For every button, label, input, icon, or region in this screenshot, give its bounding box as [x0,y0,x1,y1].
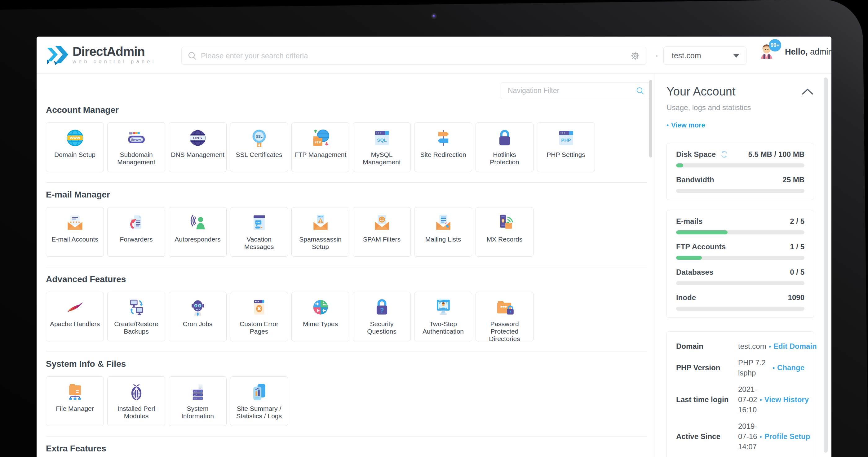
feature-card-security-questions[interactable]: ?Security Questions [353,292,411,341]
logo-text: DirectAdmin web control panel [72,45,156,64]
feature-card-label: Cron Jobs [181,320,215,328]
sidebar-scrollbar[interactable] [824,78,828,453]
feature-card-two-step-authentication[interactable]: Two-Step Authentication [414,292,472,341]
feature-card-label: SSL Certificates [234,151,284,158]
greeting-username: admin [810,47,831,56]
feature-card-installed-perl-modules[interactable]: Installed Perl Modules [107,376,165,426]
usage-row-bandwidth: Bandwidth25 MB [676,176,804,193]
section-title: Advanced Features [46,274,647,285]
usage-progress-bar [676,307,804,311]
feature-card-mime-types[interactable]: Mime Types [291,292,349,341]
navigation-filter-input[interactable] [508,87,636,95]
search-icon [188,52,196,60]
tablet-camera [431,13,437,20]
svg-text://www.: //www. [131,138,142,141]
feature-card-spam-filters[interactable]: SPAM Filters [353,207,411,257]
svg-text:SSL: SSL [256,134,262,138]
search-input[interactable] [201,52,630,60]
feature-card-password-protected-directories[interactable]: ***Password Protected Directories [475,292,533,341]
feature-card-label: File Manager [54,405,96,413]
feature-card-ftp-management[interactable]: FTPFTP Management [291,122,349,172]
section-title: System Info & Files [46,359,647,369]
filter-search-icon[interactable] [636,87,644,95]
link-view-history[interactable]: •View History [760,395,809,404]
question-lock-icon: ? [371,296,393,318]
feature-card-label: Site Redirection [418,151,468,158]
app-window: DirectAdmin web control panel [37,37,831,457]
link-label: View History [764,395,809,404]
feature-card-custom-error-pages[interactable]: Custom Error Pages [230,292,288,341]
usage-label: Inode [676,293,696,302]
feature-card-dns-management[interactable]: DNSDNS Management [168,122,227,172]
usage-card-limits: E-mails2 / 5FTP Accounts1 / 5Databases0 … [666,210,814,318]
subdomain-icon: //www. [125,127,148,149]
feature-card-label: PHP Settings [545,151,587,158]
bullet-icon: • [666,122,669,129]
usage-row-head: E-mails2 / 5 [676,217,804,226]
feature-card-label: MX Records [485,236,525,243]
feature-card-e-mail-accounts[interactable]: ★★★★E-mail Accounts [46,207,104,257]
feature-card-site-summary-statistics-logs[interactable]: Site Summary / Statistics / Logs [230,376,288,426]
face-scan-monitor-icon [432,296,455,318]
logo-subtitle: web control panel [72,59,156,64]
feature-card-label: Mime Types [301,320,340,328]
feature-card-mysql-management[interactable]: SQLMySQL Management [353,122,411,172]
feature-card-subdomain-management[interactable]: //www.Subdomain Management [107,122,165,172]
view-more-link[interactable]: •View more [666,121,814,129]
usage-row-head: FTP Accounts1 / 5 [676,242,804,251]
usage-label: Bandwidth [676,176,714,184]
feature-card-mx-records[interactable]: MX Records [475,207,533,257]
dns-globe-icon: DNS [187,127,209,149]
link-profile-setup[interactable]: •Profile Setup [760,432,810,441]
link-change[interactable]: •Change [773,363,804,372]
domain-selector[interactable]: test.com [663,47,746,65]
feature-card-file-manager[interactable]: File Manager [46,376,104,426]
feature-card-create-restore-backups[interactable]: Create/Restore Backups [107,292,165,341]
envelope-letter-icon: ★★★★ [64,211,86,234]
feature-card-label: Password Protected Directories [476,320,533,343]
person-broadcast-icon [187,211,209,234]
feature-card-cron-jobs[interactable]: Cron Jobs [168,292,227,341]
feature-card-hotlinks-protection[interactable]: Hotlinks Protection [475,122,533,172]
feature-card-vacation-messages[interactable]: Vacation Messages [230,207,288,257]
main-content: Account ManagerWWWDomain Setup//www.Subd… [37,74,654,457]
chevron-up-icon[interactable] [801,88,814,95]
feature-card-label: E-mail Accounts [50,236,100,243]
bullet-icon: • [769,343,771,350]
notification-badge[interactable]: 99+ [769,39,781,52]
domain-row-domain: Domaintest.com•Edit Domain [676,341,804,351]
feature-card-forwarders[interactable]: Forwarders [107,207,165,257]
domain-row-label: Domain [676,342,738,351]
directadmin-logo[interactable]: DirectAdmin web control panel [46,44,156,65]
feature-card-spamassassin-setup[interactable]: SPAMSpamassassin Setup [291,207,349,257]
ftp-folder-icon: FTP [309,127,332,149]
your-account-title: Your Account [666,85,736,98]
section-title: Extra Features [46,444,647,454]
feature-card-label: Autoresponders [173,236,222,243]
feature-card-apache-handlers[interactable]: Apache Handlers [46,292,104,341]
feature-card-ssl-certificates[interactable]: SSLSSL Certificates [230,122,288,172]
feature-cards-row: File ManagerInstalled Perl ModulesSystem… [46,376,647,426]
feature-card-mailing-lists[interactable]: Mailing Lists [414,207,472,257]
feature-card-site-redirection[interactable]: Site Redirection [414,122,472,172]
gear-icon[interactable] [630,51,640,60]
domain-selector-value: test.com [672,51,733,60]
usage-row-head: Inode1090 [676,293,804,302]
feature-card-autoresponders[interactable]: Autoresponders [168,207,227,257]
usage-row-e-mails: E-mails2 / 5 [676,217,804,234]
feature-card-label: DNS Management [169,151,226,158]
refresh-icon[interactable] [720,150,728,158]
main-scrollbar[interactable] [649,80,652,157]
svg-text:★★★★: ★★★★ [69,220,81,224]
usage-label: Disk Space [676,150,716,159]
svg-text:PHP: PHP [561,138,571,143]
avatar[interactable]: 99+ [757,42,776,61]
stats-cards-icon [248,381,270,403]
your-account-header[interactable]: Your Account [666,85,814,98]
feature-card-php-settings[interactable]: PHPPHP Settings [537,122,595,172]
user-menu[interactable]: 99+ Hello, admin [757,42,831,61]
feature-card-domain-setup[interactable]: WWWDomain Setup [46,122,104,172]
feature-cards-row: Apache HandlersCreate/Restore BackupsCro… [46,292,647,341]
feature-card-system-information[interactable]: System Information [168,376,227,426]
link-edit-domain[interactable]: •Edit Domain [769,342,817,351]
